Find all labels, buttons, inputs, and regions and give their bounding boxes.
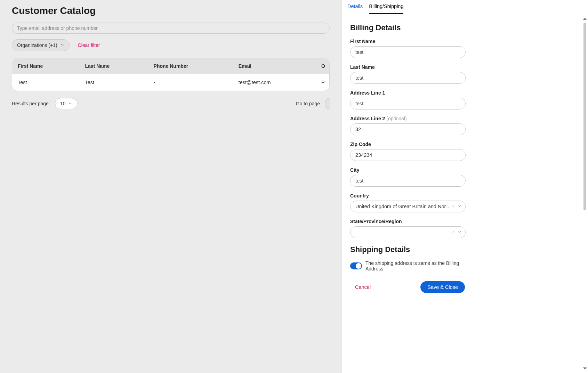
side-panel: Details Billing/Shipping Billing Details…: [341, 0, 588, 373]
panel-inner: Billing Details First Name Last Name Add…: [342, 14, 582, 373]
chevron-down-icon: [60, 42, 64, 48]
address-line-2-input[interactable]: [350, 123, 466, 135]
scroll-thumb[interactable]: [583, 23, 586, 210]
zip-code-input[interactable]: [350, 149, 466, 161]
last-name-input[interactable]: [350, 72, 466, 84]
scroll-up-icon[interactable]: [583, 18, 587, 20]
search-wrap: [12, 23, 330, 34]
address-line-1-label: Address Line 1: [350, 90, 466, 96]
go-to-page-input[interactable]: [325, 98, 330, 109]
results-per-page-label: Results per page: [12, 101, 49, 106]
chevron-down-icon: [458, 204, 462, 209]
cell-last-name: Test: [81, 74, 149, 91]
cell-first-name: Test: [12, 74, 81, 91]
scrollbar[interactable]: [583, 18, 587, 370]
same-as-billing-label: The shipping address is same as the Bill…: [365, 260, 466, 271]
organizations-filter-pill[interactable]: Organizations (+1): [12, 39, 70, 51]
pager-left: Results per page 10: [12, 98, 78, 109]
table-row[interactable]: Test Test - test@test.com P: [12, 74, 329, 91]
city-input[interactable]: [350, 175, 466, 187]
col-phone[interactable]: Phone Number: [150, 58, 234, 74]
state-label: State/Province/Region: [350, 219, 466, 224]
billing-details-title: Billing Details: [350, 23, 466, 32]
per-page-select[interactable]: 10: [55, 98, 78, 109]
country-label: Country: [350, 193, 466, 198]
scroll-down-icon[interactable]: [583, 367, 587, 370]
first-name-input[interactable]: [350, 46, 466, 58]
table-header-row: First Name Last Name Phone Number Email …: [12, 58, 329, 74]
pager-right: Go to page: [296, 98, 330, 109]
filter-row: Organizations (+1) Clear filter: [0, 39, 341, 58]
go-to-page-label: Go to page: [296, 101, 320, 106]
first-name-label: First Name: [350, 39, 466, 44]
address-line-1-input[interactable]: [350, 98, 466, 110]
panel-scroll: Billing Details First Name Last Name Add…: [342, 14, 588, 373]
address-line-2-label: Address Line 2 (optional): [350, 116, 466, 121]
per-page-value: 10: [60, 101, 66, 106]
clear-icon[interactable]: [451, 204, 456, 209]
country-select-value: United Kingdom of Great Britain and Nort…: [355, 204, 451, 209]
country-select[interactable]: United Kingdom of Great Britain and Nort…: [350, 201, 466, 212]
search-input[interactable]: [12, 23, 330, 34]
same-as-billing-toggle[interactable]: [350, 262, 362, 269]
tabs: Details Billing/Shipping: [342, 0, 588, 14]
pager-row: Results per page 10 Go to page: [0, 91, 341, 109]
col-extra[interactable]: O: [317, 58, 329, 74]
tab-billing-shipping[interactable]: Billing/Shipping: [369, 3, 403, 14]
page-title: Customer Catalog: [0, 0, 341, 23]
chevron-down-icon: [458, 229, 462, 235]
shipping-details-title: Shipping Details: [350, 245, 466, 254]
state-select[interactable]: [350, 226, 466, 238]
customers-table: First Name Last Name Phone Number Email …: [12, 58, 330, 91]
chevron-up-icon: [68, 101, 72, 106]
zip-code-label: Zip Code: [350, 141, 466, 147]
col-first-name[interactable]: First Name: [12, 58, 81, 74]
cell-email: test@test.com: [234, 74, 317, 91]
city-label: City: [350, 167, 466, 173]
last-name-label: Last Name: [350, 64, 466, 70]
clear-filter-link[interactable]: Clear filter: [78, 42, 100, 48]
main-content: Customer Catalog Organizations (+1) Clea…: [0, 0, 341, 373]
clear-icon[interactable]: [451, 229, 456, 235]
cell-extra: P: [317, 74, 329, 91]
cell-phone: -: [150, 74, 234, 91]
save-close-button[interactable]: Save & Close: [420, 281, 465, 293]
col-email[interactable]: Email: [234, 58, 317, 74]
col-last-name[interactable]: Last Name: [81, 58, 149, 74]
organizations-filter-label: Organizations (+1): [17, 42, 57, 48]
tab-details[interactable]: Details: [347, 3, 363, 14]
cancel-button[interactable]: Cancel: [350, 284, 371, 290]
